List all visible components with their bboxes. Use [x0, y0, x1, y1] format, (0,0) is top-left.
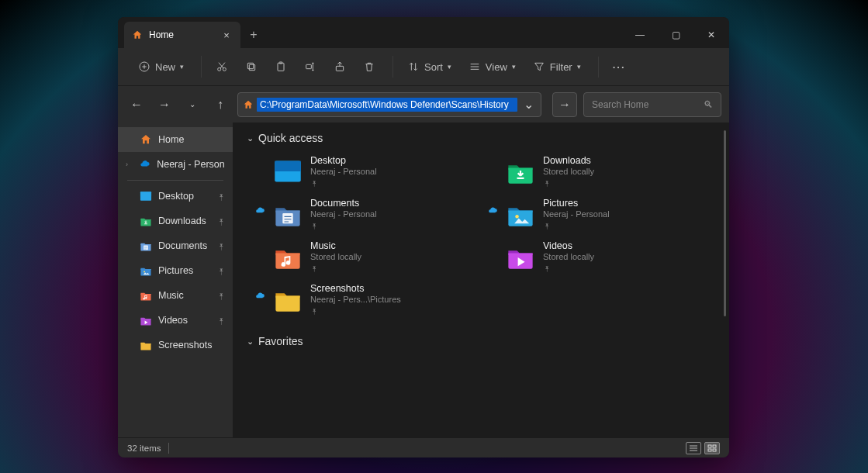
address-path[interactable]: C:\ProgramData\Microsoft\Windows Defende… [257, 98, 517, 112]
window-controls: — ▢ ✕ [622, 22, 729, 48]
svg-point-12 [144, 271, 145, 272]
close-window-button[interactable]: ✕ [693, 22, 729, 48]
pin-icon: 📌︎ [216, 240, 227, 252]
view-icon [469, 60, 481, 73]
delete-button[interactable] [355, 56, 383, 78]
pin-icon: 📌︎ [309, 220, 320, 231]
details-view-button[interactable] [686, 442, 701, 454]
grid-icon [707, 444, 717, 452]
body: Home › Neeraj - Persona Desktop📌︎Downloa… [118, 123, 729, 437]
quick-access-header[interactable]: ⌄ Quick access [247, 132, 715, 144]
trash-icon [363, 60, 375, 73]
address-row: ← → ⌄ ↑ C:\ProgramData\Microsoft\Windows… [118, 85, 729, 123]
address-history-button[interactable]: ⌄ [520, 97, 536, 112]
tab-close-button[interactable]: × [220, 29, 233, 41]
tiles-view-button[interactable] [704, 442, 720, 454]
pictures-icon [506, 202, 535, 226]
quick-access-pictures[interactable]: PicturesNeeraj - Personal📌︎ [503, 195, 720, 233]
search-box[interactable]: Search Home 🔍︎ [583, 92, 721, 117]
svg-rect-8 [336, 66, 343, 71]
search-icon: 🔍︎ [704, 99, 713, 110]
quick-access-documents[interactable]: DocumentsNeeraj - Personal📌︎ [270, 195, 487, 233]
sidebar-item-desktop[interactable]: Desktop📌︎ [118, 184, 233, 209]
quick-access-music[interactable]: MusicStored locally📌︎ [270, 237, 487, 275]
more-button[interactable]: ··· [605, 57, 634, 78]
pin-icon: 📌︎ [541, 263, 552, 274]
sort-button[interactable]: Sort ▾ [399, 56, 459, 78]
sidebar-item-pictures[interactable]: Pictures📌︎ [118, 258, 233, 283]
expand-icon[interactable]: › [126, 161, 133, 168]
desktop-icon [273, 159, 303, 184]
paste-icon [275, 60, 287, 73]
pin-icon: 📌︎ [541, 178, 552, 188]
back-button[interactable]: ← [126, 94, 147, 116]
svg-rect-18 [713, 445, 716, 447]
minimize-button[interactable]: — [622, 22, 658, 48]
new-button[interactable]: New ▾ [130, 56, 192, 78]
svg-rect-5 [278, 63, 284, 71]
svg-rect-3 [249, 64, 254, 70]
music-icon [273, 244, 303, 269]
go-button[interactable]: → [552, 92, 577, 117]
sidebar-item-downloads[interactable]: Downloads📌︎ [118, 209, 233, 233]
maximize-button[interactable]: ▢ [658, 22, 693, 48]
address-bar[interactable]: C:\ProgramData\Microsoft\Windows Defende… [237, 92, 541, 117]
favorites-header[interactable]: ⌄ Favorites [247, 335, 715, 347]
share-button[interactable] [326, 56, 354, 78]
navigation-pane: Home › Neeraj - Persona Desktop📌︎Downloa… [118, 123, 233, 437]
up-button[interactable]: ↑ [209, 94, 231, 116]
pin-icon: 📌︎ [541, 220, 552, 231]
chevron-down-icon: ⌄ [247, 133, 254, 143]
sidebar-item-videos[interactable]: Videos📌︎ [118, 308, 233, 333]
filter-icon [533, 60, 545, 73]
pin-icon: 📌︎ [309, 263, 320, 274]
view-button[interactable]: View ▾ [461, 56, 524, 78]
recent-button[interactable]: ⌄ [182, 94, 203, 116]
cut-button[interactable] [208, 56, 236, 78]
copy-icon [245, 60, 258, 73]
chevron-down-icon: ▾ [180, 63, 184, 71]
quick-access-videos[interactable]: VideosStored locally📌︎ [503, 237, 720, 275]
svg-rect-4 [247, 63, 253, 68]
quick-access-desktop[interactable]: DesktopNeeraj - Personal📌︎ [270, 152, 487, 190]
document-icon [273, 202, 303, 226]
cloud-sync-icon [487, 205, 498, 216]
cloud-sync-icon [254, 205, 265, 216]
copy-button[interactable] [237, 56, 265, 78]
chevron-down-icon: ▾ [448, 63, 451, 71]
quick-access-downloads[interactable]: DownloadsStored locally📌︎ [503, 152, 720, 190]
rename-button[interactable] [296, 56, 324, 78]
folder-icon [273, 287, 303, 312]
sidebar-item-documents[interactable]: Documents📌︎ [118, 233, 233, 258]
cloud-icon [139, 158, 150, 171]
forward-button[interactable]: → [154, 94, 175, 116]
separator [127, 180, 223, 181]
svg-point-16 [515, 215, 518, 218]
share-icon [334, 60, 346, 73]
sidebar-item-screenshots[interactable]: Screenshots [118, 333, 233, 357]
chevron-down-icon: ▾ [577, 63, 581, 71]
sidebar-onedrive[interactable]: › Neeraj - Persona [118, 152, 233, 177]
content-pane: ⌄ Quick access DesktopNeeraj - Personal📌… [233, 123, 729, 437]
paste-button[interactable] [267, 56, 295, 78]
list-icon [689, 444, 698, 452]
home-icon [140, 133, 152, 146]
rename-icon [304, 60, 316, 73]
quick-access-screenshots[interactable]: ScreenshotsNeeraj - Pers...\Pictures📌︎ [270, 280, 487, 318]
new-tab-button[interactable]: + [240, 22, 267, 48]
home-icon [243, 99, 254, 110]
sidebar-home[interactable]: Home [118, 127, 233, 152]
tab-title: Home [149, 29, 174, 40]
sidebar-item-music[interactable]: Music📌︎ [118, 283, 233, 308]
status-bar: 32 items [118, 437, 729, 457]
svg-rect-10 [140, 192, 151, 196]
tab-bar: Home × + — ▢ ✕ [118, 17, 729, 48]
videos-icon [506, 244, 535, 269]
quick-access-grid: DesktopNeeraj - Personal📌︎DownloadsStore… [270, 152, 715, 318]
svg-rect-17 [708, 445, 711, 447]
scrollbar[interactable] [724, 130, 726, 316]
download-icon [506, 159, 535, 184]
filter-button[interactable]: Filter ▾ [525, 56, 589, 78]
search-placeholder: Search Home [592, 99, 648, 110]
tab-home[interactable]: Home × [124, 22, 240, 48]
